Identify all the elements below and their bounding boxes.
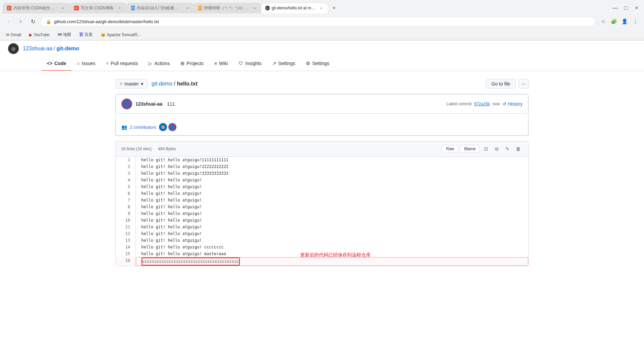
commit-time: now <box>492 102 500 106</box>
file-size: 484 Bytes <box>158 147 176 151</box>
annotation-text: 更新后的代码已经保存到远程仓库 <box>300 252 371 257</box>
bookmark-baidu[interactable]: 百 百度 <box>77 31 95 38</box>
line-code-3: hello git! hello atguigu!33333333333 <box>136 170 528 177</box>
line-number-7: 7 <box>116 197 136 204</box>
repo-header: ◎ 123shuai-aa / git-demo <> Code ○ Issue… <box>0 41 644 71</box>
tab-close-4[interactable]: × <box>253 5 257 11</box>
line-code-11: hello git! hello atguigu! <box>136 224 528 230</box>
branch-name: master <box>124 81 139 87</box>
bookmark-tomcat[interactable]: 🐱 Apache Tomcat®... <box>99 32 143 38</box>
line-code-5: hello git! hello atguigu! <box>136 183 528 190</box>
main-content: ⑂ master ▾ git-demo / hello.txt Go to fi… <box>107 71 537 274</box>
bookmark-gmail-label: Gmail <box>11 33 21 37</box>
profile-button[interactable]: 👤 <box>620 17 629 26</box>
desktop-icon[interactable]: ⊡ <box>481 144 491 154</box>
line-number-10: 10 <box>116 217 136 224</box>
raw-button[interactable]: Raw <box>442 145 459 153</box>
line-number-8: 8 <box>116 204 136 210</box>
forward-button[interactable]: › <box>16 17 25 26</box>
tab-pull-requests[interactable]: ⑂ Pull requests <box>101 57 143 71</box>
line-code-1: hello git! hello atguigu!11111111111 <box>136 157 528 163</box>
tab-close-1[interactable]: × <box>60 5 65 11</box>
copy-code-icon[interactable]: ⧉ <box>492 144 501 154</box>
bookmark-maps[interactable]: 🗺 地图 <box>56 31 73 38</box>
tab-bilibili[interactable]: 哔 哔哩哔哩（ *- *）つロ 千杯~-bili... × <box>194 3 261 13</box>
lock-icon: 🔒 <box>46 19 51 24</box>
tab-github[interactable]: ◎ git-demo/hello.txt at master × <box>261 3 328 13</box>
line-code-16: cccccccccccccccccccccccccccccccccccccccc <box>136 257 528 266</box>
line-code-14: hello git! hello atguigu! cccccccc <box>136 244 528 250</box>
bookmark-baidu-label: 百度 <box>85 32 93 38</box>
tab-title-bili: 哔哩哔哩（ *- *）つロ 千杯~-bili... <box>204 5 249 11</box>
breadcrumb-file: hello.txt <box>177 81 197 87</box>
annotation-container: 更新后的代码已经保存到远程仓库 <box>300 252 371 258</box>
line-number-14: 14 <box>116 244 136 250</box>
browser-actions: ☆ 🧩 👤 ⋮ <box>598 17 640 26</box>
tab-close-5[interactable]: × <box>319 5 324 11</box>
settings-icon: ⚙ <box>306 61 310 66</box>
commit-right: Latest commit 672a15b now ↺ History <box>446 101 523 107</box>
repo-name-link[interactable]: git-demo <box>57 46 79 52</box>
tab-guigu[interactable]: 尚 尚硅谷Git入门到精通全套教程（ × <box>127 3 194 13</box>
tab-close-2[interactable]: × <box>117 5 122 11</box>
tab-title-guigu: 尚硅谷Git入门到精通全套教程（ <box>137 5 182 11</box>
contributors-icon: 👥 <box>121 124 127 130</box>
blame-button[interactable]: Blame <box>460 145 480 153</box>
tab-csdn-content[interactable]: C 内容管理-CSDN创作中心 × <box>3 3 70 13</box>
extensions-button[interactable]: 🧩 <box>609 17 619 26</box>
tab-actions[interactable]: ▷ Actions <box>143 57 175 71</box>
file-viewer-header: 16 lines (16 sloc) 484 Bytes Raw Blame ⊡… <box>116 141 528 157</box>
branch-selector[interactable]: ⑂ master ▾ <box>115 79 148 89</box>
commit-author[interactable]: 123shuai-aa <box>136 101 162 107</box>
maximize-button[interactable]: □ <box>621 3 631 13</box>
repo-owner-link[interactable]: 123shuai-aa <box>23 46 52 52</box>
contributor-avatar-2: 👤 <box>168 123 176 131</box>
more-options-button[interactable]: ··· <box>519 79 529 89</box>
tab-wiki[interactable]: ≡ Wiki <box>209 57 233 71</box>
tab-projects[interactable]: ⊞ Projects <box>175 57 209 71</box>
menu-button[interactable]: ⋮ <box>631 17 640 26</box>
line-number-1: 1 <box>116 157 136 163</box>
close-button[interactable]: × <box>632 3 641 13</box>
tab-favicon-csdn1: C <box>7 6 11 10</box>
bookmark-gmail[interactable]: ✉ Gmail <box>4 32 23 38</box>
tab-insights-label: Settings <box>278 61 296 66</box>
github-page: ◎ 123shuai-aa / git-demo <> Code ○ Issue… <box>0 41 644 345</box>
code-table: 1hello git! hello atguigu!111111111112he… <box>116 157 528 266</box>
line-code-7: hello git! hello atguigu! <box>136 197 528 204</box>
bookmark-youtube[interactable]: ▶ YouTube <box>27 32 51 38</box>
line-number-2: 2 <box>116 163 136 170</box>
contributors-row: 👥 2 contributors 🎨 👤 <box>116 119 528 135</box>
history-link[interactable]: ↺ History <box>502 101 523 107</box>
tab-issues[interactable]: ○ Issues <box>71 57 101 71</box>
go-to-file-button[interactable]: Go to file <box>486 79 516 89</box>
commit-label: Latest commit <box>446 102 472 106</box>
new-tab-button[interactable]: + <box>329 3 339 13</box>
url-bar[interactable]: 🔒 github.com/123shuai-aa/git-demo/blob/m… <box>40 17 596 26</box>
breadcrumb: git-demo / hello.txt <box>152 81 198 87</box>
tab-code[interactable]: <> Code <box>42 57 71 71</box>
tab-settings[interactable]: ⚙ Settings <box>301 57 335 71</box>
bookmark-star-button[interactable]: ☆ <box>598 17 608 26</box>
code-content: 1hello git! hello atguigu!111111111112he… <box>116 157 528 266</box>
tab-close-3[interactable]: × <box>185 5 190 11</box>
file-actions: Go to file ··· <box>486 79 529 89</box>
line-number-12: 12 <box>116 230 136 237</box>
edit-icon[interactable]: ✎ <box>503 144 512 154</box>
baidu-icon: 百 <box>79 32 83 38</box>
contributors-link[interactable]: 2 contributors <box>130 125 156 130</box>
tab-security[interactable]: 🛡 Insights <box>233 57 267 71</box>
line-number-5: 5 <box>116 183 136 190</box>
minimize-button[interactable]: — <box>610 3 620 13</box>
branch-icon: ⑂ <box>120 81 122 87</box>
delete-icon[interactable]: 🗑 <box>514 144 523 154</box>
back-button[interactable]: ‹ <box>4 17 13 26</box>
bookmark-tomcat-label: Apache Tomcat®... <box>107 33 141 37</box>
actions-icon: ▷ <box>149 61 152 66</box>
tab-insights[interactable]: ↗ Settings <box>267 57 301 71</box>
reload-button[interactable]: ↻ <box>28 17 38 26</box>
commit-hash[interactable]: 672a15b <box>474 102 490 106</box>
maps-icon: 🗺 <box>58 33 62 37</box>
breadcrumb-dir-link[interactable]: git-demo <box>152 81 172 87</box>
tab-csdn-write[interactable]: C 写文章-CSDN博客 × <box>70 3 127 13</box>
